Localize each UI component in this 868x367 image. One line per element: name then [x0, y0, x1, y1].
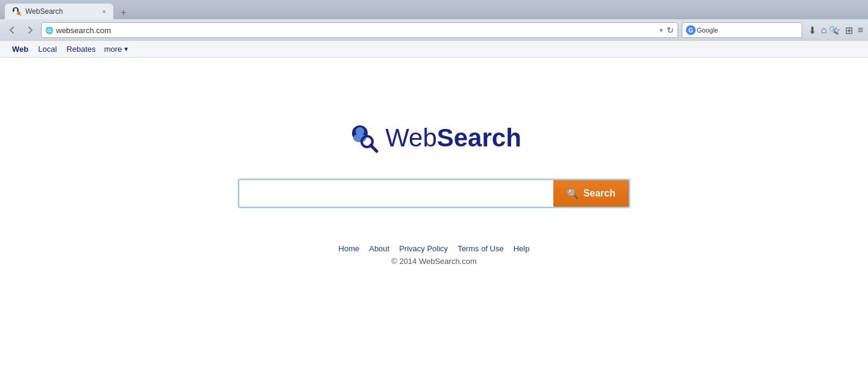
- svg-line-9: [371, 145, 377, 151]
- svg-point-3: [17, 11, 20, 15]
- svg-point-1: [14, 8, 17, 11]
- tab-title: WebSearch: [25, 7, 95, 16]
- home-icon[interactable]: ⌂: [821, 25, 827, 36]
- search-btn-icon: 🔍: [567, 188, 579, 199]
- active-tab[interactable]: WebSearch ×: [5, 4, 113, 19]
- logo-text: WebSearch: [385, 125, 521, 151]
- logo-text-web: WebSearch: [385, 124, 521, 152]
- browser-search-bar[interactable]: G Google 🔍: [682, 22, 802, 38]
- logo-container: WebSearch: [347, 121, 521, 155]
- toolbar-link-local[interactable]: Local: [33, 43, 61, 55]
- toolbar-link-web[interactable]: Web: [7, 43, 33, 55]
- toolbar-more-arrow-icon: ▼: [123, 46, 129, 52]
- search-engine-label: G Google: [686, 25, 718, 35]
- footer-link-help[interactable]: Help: [514, 244, 530, 253]
- footer-link-about[interactable]: About: [369, 244, 389, 253]
- toolbar-more-label: more: [104, 45, 122, 54]
- search-button[interactable]: 🔍 Search: [553, 180, 629, 207]
- search-engine-name: Google: [697, 27, 718, 34]
- apps-icon[interactable]: ⊞: [845, 25, 853, 36]
- footer-link-terms[interactable]: Terms of Use: [458, 244, 504, 253]
- page-content: WebSearch 🔍 Search Home About Privacy Po…: [0, 58, 868, 317]
- google-icon: G: [686, 25, 696, 35]
- address-bar[interactable]: 🌐 ▼ ↻: [41, 22, 678, 38]
- address-dropdown-icon[interactable]: ▼: [658, 27, 664, 34]
- search-btn-label: Search: [583, 188, 615, 199]
- new-tab-btn[interactable]: +: [116, 6, 131, 19]
- back-btn[interactable]: [5, 23, 19, 37]
- toolbar-link-rebates[interactable]: Rebates: [61, 43, 100, 55]
- svg-line-4: [20, 15, 22, 16]
- tab-bar: WebSearch × +: [0, 0, 868, 19]
- download-icon[interactable]: ⬇: [808, 25, 816, 36]
- reload-btn[interactable]: ↻: [667, 25, 674, 35]
- tab-favicon: [12, 7, 22, 16]
- toolbar-more-btn[interactable]: more ▼: [101, 43, 133, 55]
- logo-icon: [347, 121, 380, 155]
- footer-copyright: © 2014 WebSearch.com: [339, 257, 530, 266]
- forward-btn[interactable]: [23, 23, 37, 37]
- page-wrapper: WebSearch 🔍 Search Home About Privacy Po…: [0, 58, 868, 367]
- nav-bar: 🌐 ▼ ↻ G Google 🔍 ⬇ ⌂ ☆ ⊞ ≡: [0, 19, 868, 41]
- footer: Home About Privacy Policy Terms of Use H…: [339, 244, 530, 266]
- menu-icon[interactable]: ≡: [858, 25, 863, 36]
- nav-icons: ⬇ ⌂ ☆ ⊞ ≡: [808, 25, 863, 36]
- browser-chrome: WebSearch × + 🌐 ▼ ↻ G Google 🔍 ⬇: [0, 0, 868, 58]
- address-input[interactable]: [56, 26, 656, 35]
- main-search-input[interactable]: [239, 180, 553, 207]
- toolbar: Web Local Rebates more ▼: [0, 41, 868, 58]
- footer-link-home[interactable]: Home: [339, 244, 360, 253]
- address-icon: 🌐: [45, 27, 54, 34]
- footer-link-privacy[interactable]: Privacy Policy: [399, 244, 448, 253]
- bookmarks-icon[interactable]: ☆: [832, 25, 840, 36]
- footer-links: Home About Privacy Policy Terms of Use H…: [339, 244, 530, 253]
- search-box: 🔍 Search: [238, 179, 630, 208]
- tab-close-btn[interactable]: ×: [102, 8, 106, 15]
